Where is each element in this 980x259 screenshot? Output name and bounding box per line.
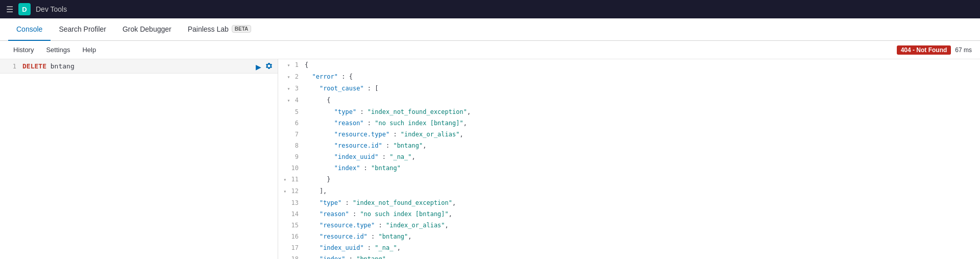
editor-line-1: 1 DELETE bntang ▶ [0,59,278,74]
hamburger-icon[interactable]: ☰ [6,5,13,14]
output-line-number: 18 [282,253,301,259]
tab-grok-debugger[interactable]: Grok Debugger [114,18,180,41]
app-logo: D [18,3,31,15]
line-number-1: 1 [4,63,16,70]
collapse-arrow[interactable]: ▾ [287,62,290,68]
collapse-arrow[interactable]: ▾ [283,177,286,182]
output-line-number: ▾ 1 [282,59,301,71]
collapse-arrow[interactable]: ▾ [287,98,290,103]
help-button[interactable]: Help [77,44,101,56]
output-line: 16 "resource.id" : "bntang", [278,231,980,242]
output-line: ▾ 3 "root_cause" : [ [278,83,980,95]
output-line-number: 15 [282,220,301,231]
output-line-number: 14 [282,208,301,220]
status-time: 67 ms [955,46,972,54]
output-line: 8 "resource.id" : "bntang", [278,140,980,151]
output-line: 17 "index_uuid" : "_na_", [278,242,980,253]
index-value: bntang [46,62,75,70]
tab-console[interactable]: Console [8,18,51,41]
output-line: 13 "type" : "index_not_found_exception", [278,197,980,208]
output-line-number: 5 [282,106,301,117]
tab-painless-lab[interactable]: Painless Lab BETA [180,18,260,41]
output-line-number: ▾ 12 [282,185,301,197]
output-line-number: ▾ 4 [282,95,301,106]
output-line-number: 16 [282,231,301,242]
output-line-number: 9 [282,151,301,162]
app-title: Dev Tools [36,5,67,13]
collapse-arrow[interactable]: ▾ [283,189,286,194]
output-line: ▾ 12 ], [278,185,980,197]
output-line-number: 6 [282,117,301,129]
tab-search-profiler[interactable]: Search Profiler [51,18,114,41]
output-pane: ▾ 1{▾ 2 "error" : {▾ 3 "root_cause" : [▾… [278,59,980,259]
output-line-number: ▾ 11 [282,174,301,185]
output-line: 9 "index_uuid" : "_na_", [278,151,980,162]
output-line-number: 7 [282,129,301,140]
nav-tabs: Console Search Profiler Grok Debugger Pa… [0,18,980,41]
output-line-number: ▾ 3 [282,83,301,95]
output-line: 6 "reason" : "no such index [bntang]", [278,117,980,129]
main-content: 1 DELETE bntang ▶ ▾ 1{▾ 2 "error" : {▾ 3… [0,59,980,259]
run-button[interactable]: ▶ [255,61,262,72]
settings-wrench-button[interactable] [264,61,274,72]
output-line: 7 "resource.type" : "index_or_alias", [278,129,980,140]
status-area: 404 - Not Found 67 ms [897,45,972,55]
editor-text: DELETE bntang [22,62,274,70]
output-line-number: 8 [282,140,301,151]
beta-badge: BETA [232,25,251,33]
delete-keyword: DELETE [22,62,46,70]
output-line: 18 "index" : "bntang" [278,253,980,259]
topbar: ☰ D Dev Tools [0,0,980,18]
output-line: 10 "index" : "bntang" [278,162,980,174]
status-badge: 404 - Not Found [897,45,951,55]
output-line-number: 13 [282,197,301,208]
history-button[interactable]: History [8,44,39,56]
output-line: 14 "reason" : "no such index [bntang]", [278,208,980,220]
wrench-icon [265,62,273,69]
output-line: ▾ 4 { [278,95,980,106]
output-line-number: 17 [282,242,301,253]
sub-toolbar: History Settings Help 404 - Not Found 67… [0,41,980,59]
output-line-number: ▾ 2 [282,71,301,83]
output-line: 15 "resource.type" : "index_or_alias", [278,220,980,231]
output-line: 5 "type" : "index_not_found_exception", [278,106,980,117]
output-line-number: 10 [282,162,301,174]
output-line: ▾ 2 "error" : { [278,71,980,83]
collapse-arrow[interactable]: ▾ [287,74,290,80]
output-line: ▾ 1{ [278,59,980,71]
editor-actions: ▶ [255,61,274,72]
collapse-arrow[interactable]: ▾ [287,86,290,91]
output-line: ▾ 11 } [278,174,980,185]
settings-button[interactable]: Settings [41,44,75,56]
editor-pane: 1 DELETE bntang ▶ [0,59,278,259]
